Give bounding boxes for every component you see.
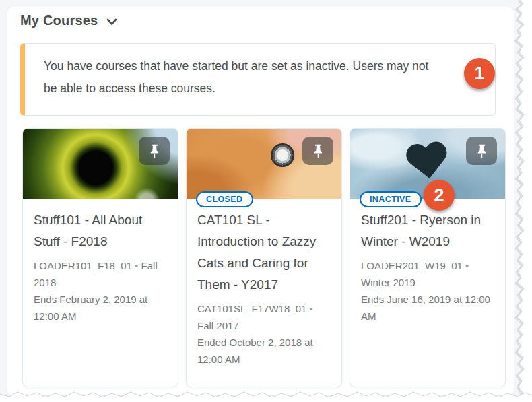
page-title: My Courses (20, 13, 98, 28)
pin-course-button[interactable] (466, 137, 497, 165)
chevron-down-icon (106, 18, 117, 26)
course-card-cat101[interactable]: CLOSED CAT101 SL - Introduction to Zazzy… (186, 128, 342, 387)
course-image-cat-with-stethoscope (187, 129, 341, 199)
course-schedule: Ends June 16, 2019 at 12:00 AM (361, 291, 490, 325)
course-title: Stuff201 - Ryerson in Winter - W2019 (361, 209, 490, 253)
pin-course-button[interactable] (302, 137, 333, 165)
separator-dot: • (465, 260, 469, 271)
course-code: CAT101SL_F17W18_01 (197, 303, 306, 314)
course-code: LOADER101_F18_01 (34, 260, 132, 271)
course-schedule: Ends February 2, 2019 at 12:00 AM (34, 291, 163, 325)
status-badge-closed: CLOSED (196, 191, 253, 207)
status-badge-inactive: INACTIVE (360, 191, 422, 207)
callout-number: 2 (434, 185, 444, 206)
course-code-term: LOADER201_W19_01 • Winter 2019 (361, 257, 490, 291)
course-code-term: CAT101SL_F17W18_01 • Fall 2017 (197, 300, 327, 334)
course-card-info: CAT101 SL - Introduction to Zazzy Cats a… (187, 199, 341, 368)
course-card-info: Stuff101 - All About Stuff - F2018 LOADE… (23, 199, 178, 325)
annotation-callout-1: 1 (464, 58, 495, 89)
pin-course-button[interactable] (139, 137, 170, 165)
course-code-term: LOADER101_F18_01 • Fall 2018 (34, 257, 163, 291)
course-card-stuff101[interactable]: Stuff101 - All About Stuff - F2018 LOADE… (22, 128, 178, 387)
my-courses-menu-button[interactable]: My Courses (20, 13, 117, 28)
course-title: CAT101 SL - Introduction to Zazzy Cats a… (197, 209, 327, 296)
course-card-info: Stuff201 - Ryerson in Winter - W2019 LOA… (350, 199, 505, 325)
separator-dot: • (135, 260, 138, 271)
course-card-stuff201[interactable]: INACTIVE Stuff201 - Ryerson in Winter - … (350, 128, 506, 387)
course-term: Winter 2019 (361, 277, 415, 288)
alert-message: You have courses that have started but a… (44, 55, 442, 100)
course-schedule: Ended October 2, 2018 at 12:00 AM (197, 334, 327, 368)
annotation-callout-2: 2 (424, 180, 455, 211)
course-image-eye-closeup (23, 129, 178, 199)
course-title: Stuff101 - All About Stuff - F2018 (34, 209, 163, 253)
course-code: LOADER201_W19_01 (361, 260, 463, 271)
course-term: Fall 2017 (197, 320, 239, 331)
callout-number: 1 (474, 63, 484, 84)
pushpin-icon (312, 143, 324, 159)
screenshot-stage: My Courses You have courses that have st… (0, 0, 532, 402)
inactive-courses-alert: You have courses that have started but a… (20, 43, 496, 116)
pushpin-icon (149, 143, 160, 159)
separator-dot: • (310, 303, 313, 314)
pushpin-icon (476, 143, 488, 159)
heart-shape (404, 141, 452, 185)
